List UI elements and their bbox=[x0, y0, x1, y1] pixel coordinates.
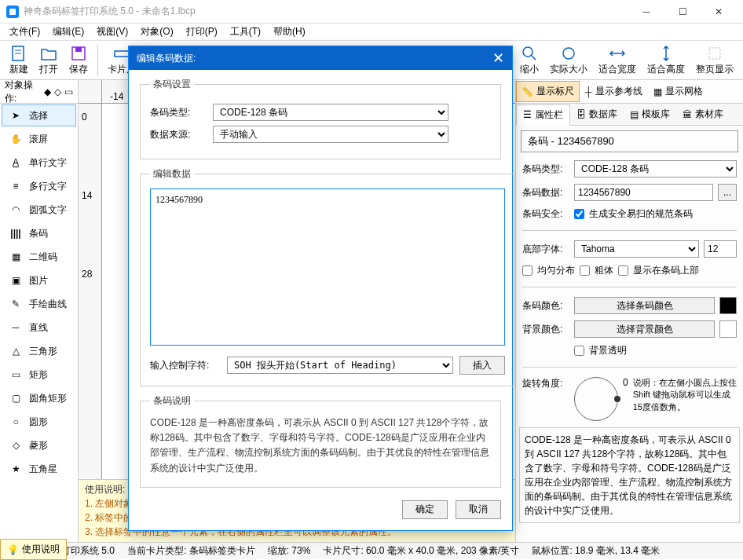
minimize-button[interactable]: ─ bbox=[628, 0, 664, 24]
layer-icon[interactable]: ◆ bbox=[44, 86, 51, 97]
show-grid-toggle[interactable]: ▦显示网格 bbox=[648, 81, 708, 102]
modal-src-select[interactable]: 手动输入 bbox=[213, 126, 448, 143]
new-icon bbox=[9, 44, 28, 63]
db-icon: 🗄 bbox=[576, 109, 586, 120]
prop-description: CODE-128 是一种高密度条码，可表示从 ASCII 0 到 ASCII 1… bbox=[519, 427, 740, 523]
pen-icon: ✎ bbox=[9, 297, 23, 311]
prop-data-more[interactable]: ... bbox=[718, 184, 737, 201]
menu-help[interactable]: 帮助(H) bbox=[267, 24, 312, 40]
tool-text-single[interactable]: A单行文字 bbox=[2, 152, 76, 174]
tool-qrcode[interactable]: ▦二维码 bbox=[2, 246, 76, 268]
star-icon: ★ bbox=[9, 462, 23, 476]
tool-text-arc[interactable]: ◠圆弧文字 bbox=[2, 199, 76, 221]
tb-zoom-out[interactable]: 缩小 bbox=[515, 42, 544, 78]
prop-data-input[interactable] bbox=[574, 184, 713, 201]
menu-edit[interactable]: 编辑(E) bbox=[46, 24, 90, 40]
tool-barcode[interactable]: ||||条码 bbox=[2, 222, 76, 244]
modal-insert-button[interactable]: 插入 bbox=[459, 356, 505, 375]
prop-font-select[interactable]: Tahoma bbox=[574, 240, 699, 258]
status-mouse: 鼠标位置: 18.9 毫米, 13.4 毫米 bbox=[532, 544, 660, 558]
show-guides-toggle[interactable]: ┼显示参考线 bbox=[580, 81, 648, 102]
tool-rect[interactable]: ▭矩形 bbox=[2, 364, 76, 386]
prop-color-btn[interactable]: 选择条码颜色 bbox=[574, 297, 715, 314]
guides-icon: ┼ bbox=[585, 86, 592, 97]
tool-line[interactable]: ─直线 bbox=[2, 317, 76, 339]
modal-ctrl-label: 输入控制字符: bbox=[150, 359, 221, 372]
ruler-corner bbox=[79, 80, 102, 104]
actual-size-icon bbox=[559, 44, 578, 63]
modal-ctrl-select[interactable]: SOH 报头开始(Start of Heading) bbox=[227, 357, 453, 374]
menu-object[interactable]: 对象(O) bbox=[134, 24, 179, 40]
tool-diamond[interactable]: ◇菱形 bbox=[2, 434, 76, 456]
fit-height-icon bbox=[657, 44, 675, 63]
prop-type-label: 条码类型: bbox=[522, 163, 569, 176]
app-icon bbox=[6, 5, 19, 18]
svg-rect-12 bbox=[709, 48, 720, 59]
rotation-dial[interactable] bbox=[574, 377, 618, 421]
prop-title: 条码 - 1234567890 bbox=[521, 130, 738, 152]
menu-tools[interactable]: 工具(T) bbox=[224, 24, 267, 40]
prop-type-select[interactable]: CODE-128 条码 bbox=[574, 160, 737, 178]
tb-fit-page[interactable]: 整页显示 bbox=[691, 42, 738, 78]
tb-fit-width[interactable]: 适合宽度 bbox=[594, 42, 641, 78]
close-button[interactable]: ✕ bbox=[701, 0, 737, 24]
tb-new[interactable]: 新建 bbox=[5, 42, 33, 78]
tb-open[interactable]: 打开 bbox=[35, 42, 63, 78]
prop-safe-label: 条码安全: bbox=[522, 207, 569, 221]
right-tabs: ☰属性栏 🗄数据库 ▤模板库 🏛素材库 bbox=[516, 104, 743, 126]
tool-select[interactable]: ➤选择 bbox=[2, 104, 76, 126]
ruler-vertical: 0 14 28 bbox=[79, 104, 102, 495]
layer-icon-2[interactable]: ◇ bbox=[54, 86, 61, 97]
menu-view[interactable]: 视图(V) bbox=[90, 24, 134, 40]
prop-bg-btn[interactable]: 选择背景颜色 bbox=[574, 320, 715, 338]
svg-line-10 bbox=[531, 55, 536, 60]
prop-safe-check[interactable] bbox=[574, 209, 584, 219]
prop-fontsize-input[interactable] bbox=[704, 240, 737, 258]
maximize-button[interactable]: ☐ bbox=[664, 0, 701, 24]
tb-actual-size[interactable]: 实际大小 bbox=[545, 42, 592, 78]
dialog-close-button[interactable]: ✕ bbox=[492, 49, 504, 67]
open-icon bbox=[39, 44, 58, 63]
prop-show-top[interactable] bbox=[618, 265, 628, 276]
tab-database[interactable]: 🗄数据库 bbox=[570, 104, 624, 124]
tb-save[interactable]: 保存 bbox=[64, 42, 93, 78]
prop-color-label: 条码颜色: bbox=[522, 299, 569, 313]
tab-templates[interactable]: ▤模板库 bbox=[624, 104, 676, 124]
help-button[interactable]: 💡使用说明 bbox=[0, 539, 67, 560]
tab-assets[interactable]: 🏛素材库 bbox=[676, 104, 730, 124]
tool-triangle[interactable]: △三角形 bbox=[2, 340, 76, 362]
modal-ok-button[interactable]: 确定 bbox=[402, 500, 448, 519]
fit-page-icon bbox=[705, 44, 724, 63]
line-icon: ─ bbox=[9, 320, 23, 335]
tool-pan[interactable]: ✋滚屏 bbox=[2, 128, 76, 150]
prop-bold[interactable] bbox=[580, 265, 590, 276]
svg-rect-0 bbox=[9, 9, 16, 15]
edit-data-group: 编辑数据 1234567890 输入控制字符: SOH 报头开始(Start o… bbox=[140, 167, 515, 386]
roundrect-icon: ▢ bbox=[9, 391, 23, 405]
show-ruler-toggle[interactable]: 📏显示标尺 bbox=[516, 81, 580, 102]
arc-text-icon: ◠ bbox=[9, 203, 23, 217]
tb-fit-height[interactable]: 适合高度 bbox=[642, 42, 690, 78]
menu-file[interactable]: 文件(F) bbox=[3, 24, 46, 40]
tool-circle[interactable]: ○圆形 bbox=[2, 411, 76, 433]
menu-print[interactable]: 打印(P) bbox=[180, 24, 224, 40]
status-zoom: 缩放: 73% bbox=[268, 544, 311, 558]
barcode-description-group: 条码说明 CODE-128 是一种高密度条码，可表示从 ASCII 0 到 AS… bbox=[140, 394, 501, 488]
prop-bg-transparent[interactable] bbox=[574, 346, 584, 356]
tool-star[interactable]: ★五角星 bbox=[2, 458, 76, 480]
multiline-icon: ≡ bbox=[9, 179, 23, 193]
modal-type-select[interactable]: CODE-128 条码 bbox=[213, 104, 448, 121]
modal-description: CODE-128 是一种高密度条码，可表示从 ASCII 0 到 ASCII 1… bbox=[150, 415, 491, 476]
tool-image[interactable]: ▣图片 bbox=[2, 269, 76, 291]
dialog-header[interactable]: 编辑条码数据: ✕ bbox=[129, 46, 512, 70]
tool-freehand[interactable]: ✎手绘曲线 bbox=[2, 293, 76, 315]
tool-roundrect[interactable]: ▢圆角矩形 bbox=[2, 387, 76, 409]
layer-icon-3[interactable]: ▭ bbox=[64, 86, 73, 97]
fit-width-icon bbox=[608, 44, 627, 63]
modal-cancel-button[interactable]: 取消 bbox=[456, 500, 501, 519]
modal-data-textarea[interactable]: 1234567890 bbox=[150, 188, 505, 346]
tab-properties[interactable]: ☰属性栏 bbox=[516, 104, 570, 126]
prop-even-dist[interactable] bbox=[522, 265, 533, 276]
tool-text-multi[interactable]: ≡多行文字 bbox=[2, 175, 76, 197]
prop-rot-desc: 说明：在左侧小圆点上按住 Shift 键拖动鼠标可以生成15度倍数角。 bbox=[633, 377, 737, 413]
